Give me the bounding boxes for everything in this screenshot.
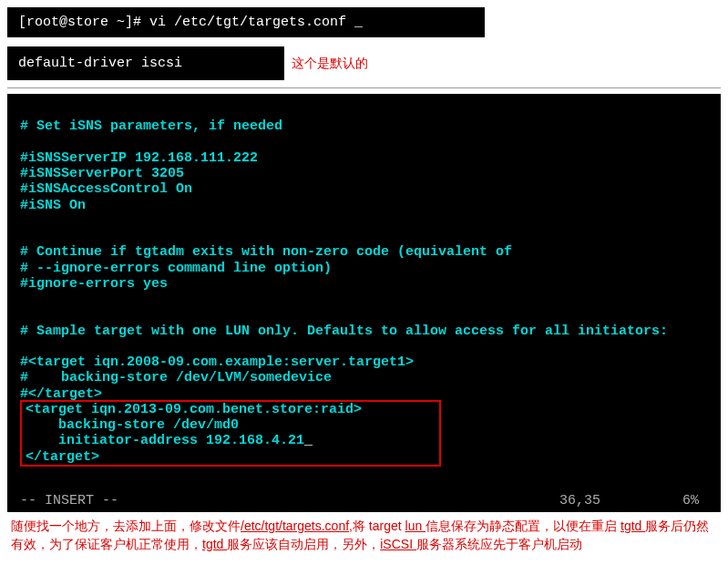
editor-new-line: </target>	[26, 449, 99, 465]
config-line: default-driver iscsi	[18, 56, 182, 71]
para-underline-lun: lun	[405, 519, 426, 533]
highlighted-config-box: <target iqn.2013-09.com.benet.store:raid…	[20, 400, 441, 467]
editor-new-line: <target iqn.2013-09.com.benet.store:raid…	[26, 402, 362, 417]
editor-line: #iSNSServerIP 192.168.111.222	[20, 150, 258, 166]
vi-status-line: -- INSERT --36,35 6%	[20, 493, 708, 508]
editor-line: # --ignore-errors command line option)	[20, 261, 332, 276]
editor-line: #iSNS On	[20, 198, 86, 213]
para-link-tgtd2: tgtd	[202, 537, 227, 551]
config-directive-block: default-driver iscsi	[7, 46, 284, 80]
editor-line: # Continue if tgtadm exits with non-zero…	[20, 244, 512, 260]
vi-scroll-pct: 6%	[682, 493, 699, 508]
explanation-paragraph: 随便找一个地方，去添加上面，修改文件/etc/tgt/targets.conf,…	[7, 516, 721, 555]
editor-line: #<target iqn.2008-09.com.example:server.…	[20, 354, 414, 370]
cursor: _	[304, 433, 313, 448]
para-text: 服务应该自动启用，另外，	[227, 537, 380, 551]
editor-line: #</target>	[20, 386, 102, 402]
shell-command: vi /etc/tgt/targets.conf _	[149, 15, 363, 30]
annotation-default: 这个是默认的	[292, 56, 368, 72]
para-text: 信息保存为静态配置，以便在重启	[426, 519, 620, 533]
editor-line: # backing-store /dev/LVM/somedevice	[20, 370, 332, 385]
terminal-command-block: [root@store ~]# vi /etc/tgt/targets.conf…	[7, 7, 485, 37]
para-text: ,将 target	[349, 519, 405, 533]
editor-line: #iSNSAccessControl On	[20, 181, 192, 197]
separator	[7, 87, 721, 88]
vi-editor-screen: # Set iSNS parameters, if needed #iSNSSe…	[7, 94, 721, 512]
vi-mode: -- INSERT --	[20, 493, 118, 508]
para-text: 服务器系统应先于客户机启动	[416, 537, 582, 551]
editor-line: #ignore-errors yes	[20, 276, 168, 292]
editor-new-line: initiator-address 192.168.4.21	[26, 433, 304, 448]
para-link-tgtd: tgtd	[620, 519, 645, 533]
para-text: 随便找一个地方，去添加上面，修改文件	[11, 519, 241, 533]
para-link-iscsi: iSCSI	[380, 537, 416, 551]
editor-line: # Set iSNS parameters, if needed	[20, 118, 282, 134]
shell-prompt: [root@store ~]#	[18, 15, 149, 30]
vi-cursor-pos: 36,35	[559, 493, 600, 508]
editor-new-line: backing-store /dev/md0	[26, 417, 239, 433]
editor-line: #iSNSServerPort 3205	[20, 166, 184, 181]
para-link-conf: /etc/tgt/targets.conf	[241, 519, 349, 533]
editor-line: # Sample target with one LUN only. Defau…	[20, 323, 668, 339]
